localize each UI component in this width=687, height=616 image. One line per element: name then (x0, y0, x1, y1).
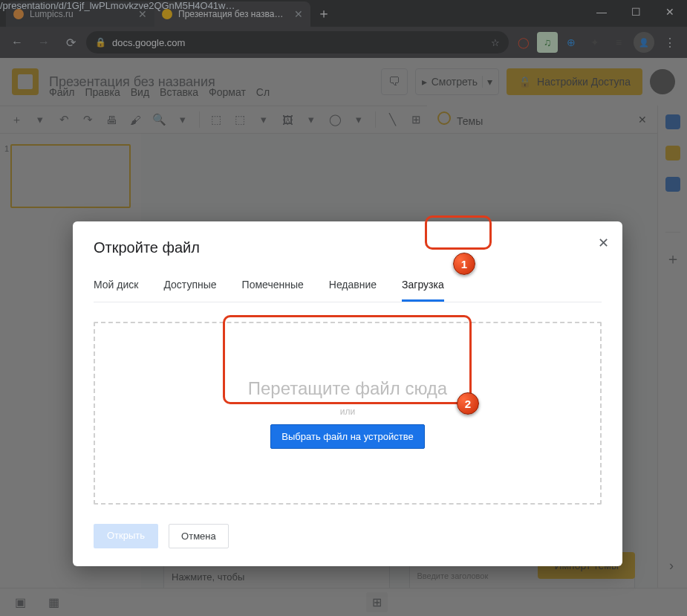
browser-window: Lumpics.ru ✕ Презентация без названия - … (0, 0, 687, 616)
dialog-tabs: Мой дискДоступныеПомеченныеНедавниеЗагру… (94, 273, 602, 302)
dialog-tab-1[interactable]: Доступные (163, 273, 216, 302)
address-bar-row: ← → ⟳ 🔒 docs.google.com/presentation/d/1… (0, 27, 687, 58)
omnibox[interactable]: 🔒 docs.google.com/presentation/d/1Gjf_lw… (86, 31, 509, 54)
slides-app: Презентация без названия 🗨 ▸ Смотреть ▾ … (0, 58, 687, 616)
drag-text: Перетащите файл сюда (248, 378, 447, 399)
dialog-title: Откройте файл (94, 239, 602, 256)
dialog-tab-0[interactable]: Мой диск (94, 273, 138, 302)
or-text: или (340, 406, 355, 417)
open-button[interactable]: Открыть (94, 524, 158, 548)
dialog-close-icon[interactable]: ✕ (598, 235, 609, 251)
dialog-tab-3[interactable]: Недавние (329, 273, 377, 302)
dialog-tab-2[interactable]: Помеченные (242, 273, 304, 302)
select-file-button[interactable]: Выбрать файл на устройстве (270, 424, 424, 449)
url-text: docs.google.com/presentation/d/1Gjf_lwPL… (112, 37, 185, 48)
upload-dropzone[interactable]: Перетащите файл сюда или Выбрать файл на… (94, 322, 602, 505)
dialog-actions: Открыть Отмена (94, 524, 602, 548)
cancel-button[interactable]: Отмена (169, 524, 229, 548)
dialog-tab-4[interactable]: Загрузка (402, 273, 444, 302)
open-file-dialog: Откройте файл ✕ Мой дискДоступныеПомечен… (73, 221, 622, 566)
